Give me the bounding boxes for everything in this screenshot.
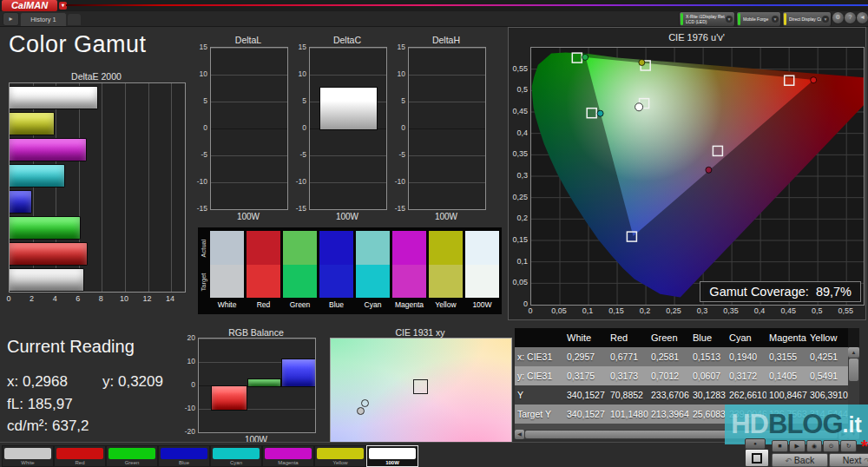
scroll-left-icon[interactable]: ◀ — [515, 430, 524, 439]
row-label: Y — [515, 385, 564, 405]
y-axis-labels: 20100-10-20 — [181, 338, 197, 431]
scroll-up-icon[interactable]: ▲ — [848, 347, 859, 358]
actual-swatch — [392, 231, 426, 265]
axis-tick-label: 0,1 — [576, 306, 599, 315]
patch-button-yellow[interactable]: Yellow — [314, 445, 366, 467]
cell-value: 0,7012 — [648, 366, 690, 385]
nav-buttons: ↶ Back Next ↷ — [772, 453, 868, 467]
gridline — [171, 83, 172, 292]
axis-tick-label: 14 — [163, 294, 177, 303]
bar-Yellow — [10, 112, 55, 135]
axis-tick-label: 5 — [293, 96, 306, 105]
gridline — [310, 209, 386, 210]
axis-tick-label: 0,15 — [509, 235, 528, 244]
actual-swatch — [465, 231, 499, 265]
patch-label: White — [3, 460, 53, 465]
patch-button-blue[interactable]: Blue — [158, 445, 210, 467]
deltae2000-x-axis: 02468101214 — [9, 294, 184, 305]
axis-tick-label: 0,45 — [777, 306, 799, 315]
actual-row-label: Actual — [200, 231, 208, 266]
cell-value: 0,4251 — [807, 347, 848, 366]
axis-tick-label: 0,05 — [509, 278, 528, 286]
measured-marker — [357, 407, 365, 415]
chart-title: CIE 1976 u'v' — [530, 32, 863, 43]
patch-compare-white: White — [210, 231, 244, 309]
axis-tick-label: -15 — [293, 204, 306, 213]
axis-tick-label: 0,55 — [834, 306, 857, 315]
y-axis-labels: 151050-5-10-15 — [194, 47, 209, 208]
table-row[interactable]: x: CIE310,29570,67710,25810,15130,19400,… — [515, 347, 848, 366]
patch-swatch — [161, 448, 207, 459]
scrollbar-thumb[interactable] — [849, 358, 858, 381]
cell-value: 30,1283 — [690, 385, 727, 405]
patch-label: Yellow — [315, 460, 365, 465]
axis-tick-label: 0 — [181, 380, 195, 389]
patch-label: 100W — [465, 300, 499, 309]
x-axis-label: 100W — [309, 212, 385, 221]
reading-x: x: 0,2968 — [7, 373, 68, 391]
bar-Cyan — [10, 164, 65, 187]
target-icon[interactable]: ⊙ — [823, 440, 839, 452]
gridline — [409, 128, 485, 129]
cell-value: 213,3964 — [648, 405, 690, 424]
play-icon[interactable]: ▶ — [789, 440, 806, 452]
meter-dropdown[interactable]: X-Rite i1Display Retail LCD (LED) ▼ — [679, 11, 735, 27]
axis-tick-label: 0,25 — [662, 306, 685, 315]
table-row[interactable]: y: CIE310,31750,31730,70120,06070,31720,… — [515, 366, 848, 385]
target-swatch — [392, 265, 426, 298]
stop-button[interactable] — [745, 449, 769, 467]
axis-tick-label: 0,05 — [548, 306, 570, 315]
patch-label: Cyan — [356, 300, 390, 309]
cell-value: 0,5491 — [807, 366, 848, 385]
history-expand-button[interactable]: ▸ — [3, 12, 19, 26]
tab-stub[interactable] — [68, 14, 81, 25]
patch-swatch — [317, 448, 364, 459]
axis-tick-label: 4 — [48, 294, 62, 303]
display-control-dropdown[interactable]: Direct Display Control ▼ — [782, 11, 832, 27]
y-axis-labels: 151050-5-10-15 — [392, 47, 407, 208]
bar-100W — [10, 86, 98, 109]
deltal-chart: DeltaL 151050-5-10-15 100W — [194, 35, 288, 226]
tab-history[interactable]: History 1 — [20, 12, 67, 26]
help-icon[interactable]: ? — [844, 11, 857, 24]
source-dropdown[interactable]: Mobile Forge ▼ — [736, 11, 781, 27]
patch-button-magenta[interactable]: Magenta — [262, 445, 314, 467]
back-button[interactable]: ↶ Back — [772, 453, 828, 467]
watermark-text: .it — [843, 412, 862, 437]
x-axis-labels: 00,050,10,150,20,250,30,350,40,450,50,55 — [530, 306, 863, 317]
axis-tick-label: 12 — [141, 294, 155, 303]
patch-button-red[interactable]: Red — [54, 445, 106, 467]
patch-button-100w[interactable]: 100W — [366, 445, 418, 467]
next-button[interactable]: Next ↷ — [829, 453, 868, 467]
column-header-Blue: Blue — [690, 328, 727, 347]
cell-value: 101,1480 — [608, 405, 648, 424]
axis-tick-label: 8 — [94, 294, 108, 303]
calman-app-window: CalMAN ▾ ▸ History 1 X-Rite i1Display Re… — [0, 0, 868, 467]
deltae2000-plot-area — [9, 82, 186, 293]
settings-icon[interactable]: ⚙ — [832, 11, 845, 24]
patch-button-white[interactable]: White — [2, 445, 54, 467]
app-logo: CalMAN ▾ — [2, 0, 57, 11]
cell-value: 0,2581 — [648, 347, 690, 366]
gridline — [125, 83, 126, 292]
record-icon[interactable]: ◉ — [806, 440, 823, 452]
title-bar: CalMAN ▾ — [0, 0, 868, 11]
measured-marker-green — [582, 54, 589, 60]
stop-icon[interactable]: ■ — [772, 440, 788, 452]
cell-value: 233,6706 — [648, 385, 690, 405]
refresh-icon[interactable]: ↻ — [840, 440, 857, 452]
cell-value: 0,2957 — [564, 347, 608, 366]
target-swatch — [429, 265, 463, 298]
table-row[interactable]: Y340,152770,8852233,670630,1283262,66101… — [515, 385, 848, 405]
speaker-icon[interactable]: ◄ — [856, 11, 868, 24]
target-swatch — [319, 265, 353, 298]
axis-tick-label: -15 — [392, 204, 405, 213]
patch-button-cyan[interactable]: Cyan — [210, 445, 262, 467]
patch-label: Green — [107, 460, 157, 465]
axis-tick-label: 0 — [2, 294, 16, 303]
results-table-header: WhiteRedGreenBlueCyanMagentaYellow — [515, 328, 848, 347]
gridline — [211, 155, 287, 156]
page-title: Color Gamut — [9, 31, 147, 58]
patch-button-green[interactable]: Green — [106, 445, 158, 467]
gradient-divider — [66, 4, 868, 6]
